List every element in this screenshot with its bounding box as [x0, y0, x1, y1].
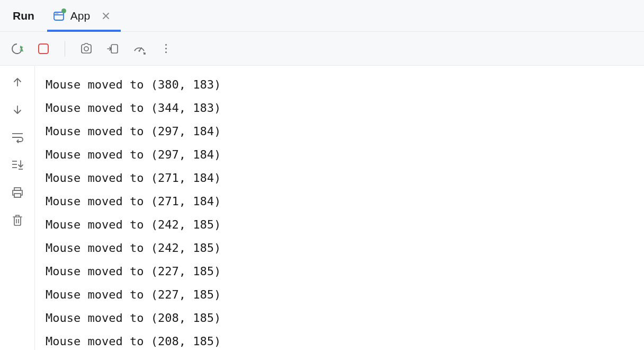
console-line: Mouse moved to (208, 185) — [46, 330, 633, 350]
console-line: Mouse moved to (242, 185) — [46, 237, 633, 260]
tab-label: App — [70, 10, 90, 22]
console-line: Mouse moved to (227, 185) — [46, 283, 633, 307]
svg-point-8 — [138, 50, 140, 51]
run-toolbar — [0, 32, 644, 66]
console-line: Mouse moved to (271, 184) — [46, 190, 633, 213]
console-output[interactable]: Mouse moved to (380, 183)Mouse moved to … — [35, 66, 644, 350]
print-button[interactable] — [11, 186, 24, 199]
svg-point-3 — [57, 13, 58, 14]
console-gutter — [0, 66, 35, 350]
svg-point-2 — [56, 13, 57, 14]
tool-window-title: Run — [0, 10, 47, 22]
more-actions-button[interactable] — [158, 41, 173, 56]
attach-debugger-button[interactable] — [105, 41, 120, 56]
soft-wrap-button[interactable] — [11, 130, 24, 144]
toolbar-divider — [65, 41, 65, 57]
up-stack-button[interactable] — [11, 75, 24, 89]
console-line: Mouse moved to (380, 183) — [46, 73, 633, 97]
running-indicator-icon — [61, 8, 66, 13]
header-bar: Run App — [0, 0, 644, 32]
console-line: Mouse moved to (242, 185) — [46, 213, 633, 237]
console-line: Mouse moved to (271, 184) — [46, 167, 633, 190]
stop-button[interactable] — [36, 41, 51, 56]
down-stack-button[interactable] — [11, 103, 24, 117]
console-line: Mouse moved to (208, 185) — [46, 307, 633, 330]
screenshot-button[interactable] — [79, 41, 94, 56]
profiler-button[interactable] — [132, 41, 147, 56]
console-line: Mouse moved to (297, 184) — [46, 120, 633, 143]
kebab-icon — [165, 44, 167, 53]
close-tab-button[interactable] — [102, 12, 110, 20]
svg-rect-0 — [54, 12, 64, 20]
console-line: Mouse moved to (344, 183) — [46, 97, 633, 120]
clear-all-button[interactable] — [11, 213, 24, 227]
rerun-button[interactable] — [10, 41, 24, 56]
console-line: Mouse moved to (297, 184) — [46, 143, 633, 167]
svg-rect-4 — [39, 44, 48, 54]
app-window-icon — [52, 10, 65, 22]
svg-rect-6 — [111, 45, 118, 53]
content-area: Mouse moved to (380, 183)Mouse moved to … — [0, 66, 644, 350]
svg-rect-15 — [14, 194, 21, 197]
svg-point-5 — [84, 47, 88, 51]
console-line: Mouse moved to (227, 185) — [46, 260, 633, 283]
run-config-tab[interactable]: App — [47, 0, 121, 32]
scroll-to-end-button[interactable] — [11, 158, 24, 172]
